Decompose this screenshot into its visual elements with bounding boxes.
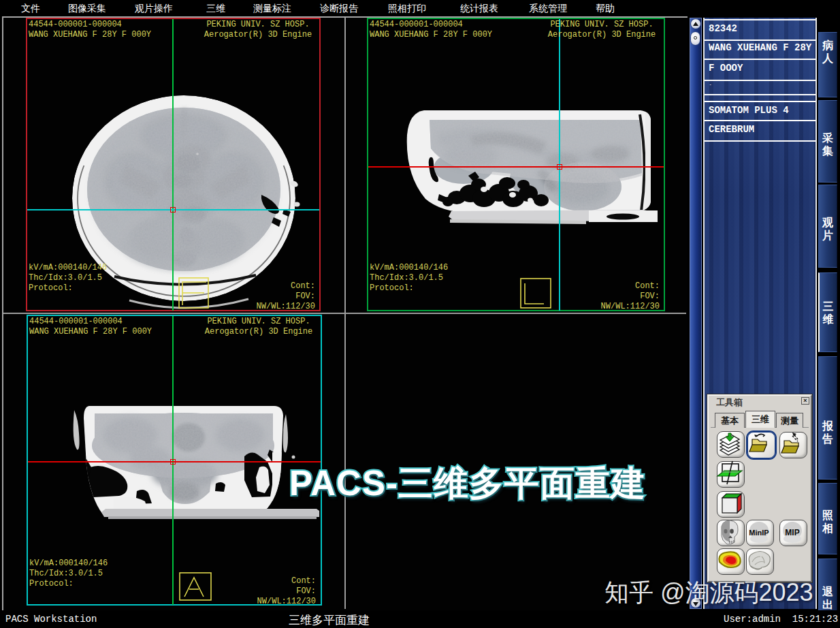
svg-text:MIP: MIP	[785, 528, 799, 537]
svg-text:MinIP: MinIP	[749, 529, 769, 537]
